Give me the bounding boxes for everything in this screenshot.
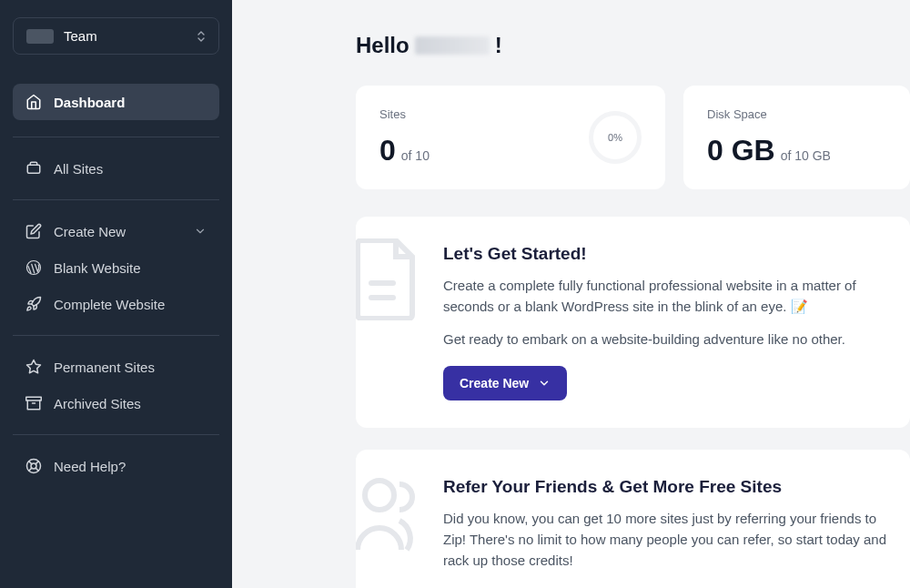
sidebar-item-label: Need Help?: [54, 459, 207, 474]
stats-row: Sites 0 of 10 0% Disk Space 0 GB of 10 G…: [356, 86, 910, 189]
stat-body: Sites 0 of 10: [379, 107, 430, 167]
team-selector[interactable]: Team: [13, 17, 219, 55]
svg-point-13: [365, 481, 394, 510]
svg-rect-12: [369, 295, 396, 300]
stat-label: Sites: [379, 107, 430, 121]
team-selector-content: Team: [26, 28, 97, 44]
stat-of: of 10 GB: [781, 148, 831, 163]
sidebar-item-need-help[interactable]: Need Help?: [13, 448, 219, 484]
greeting-prefix: Hello: [356, 33, 410, 58]
greeting-username-redacted: [415, 36, 490, 55]
sidebar-item-create-new[interactable]: Create New: [13, 213, 219, 249]
sidebar-item-label: Permanent Sites: [54, 360, 207, 375]
stat-value: 0 of 10: [379, 134, 430, 167]
refer-card: Refer Your Friends & Get More Free Sites…: [356, 450, 910, 588]
card-body: Let's Get Started! Create a complete ful…: [443, 244, 886, 400]
divider: [13, 335, 219, 336]
svg-line-8: [35, 468, 38, 471]
greeting-suffix: !: [495, 33, 502, 58]
create-new-button[interactable]: Create New: [443, 366, 567, 400]
sidebar-item-all-sites[interactable]: All Sites: [13, 150, 219, 187]
progress-percent: 0%: [608, 132, 622, 143]
rocket-icon: [25, 296, 42, 312]
sidebar-item-label: Archived Sites: [54, 396, 207, 411]
sidebar-item-label: Blank Website: [54, 260, 207, 276]
stat-number: 0 GB: [707, 134, 775, 167]
svg-rect-0: [27, 165, 40, 173]
chevron-down-icon: [538, 377, 551, 390]
sidebar-item-dashboard[interactable]: Dashboard: [13, 84, 219, 120]
stat-card-disk: Disk Space 0 GB of 10 GB: [683, 86, 910, 189]
button-label: Create New: [460, 376, 529, 390]
sidebar-item-label: All Sites: [54, 161, 207, 177]
svg-rect-11: [369, 280, 396, 286]
card-body: Refer Your Friends & Get More Free Sites…: [443, 477, 886, 588]
sidebar-item-label: Create New: [54, 224, 182, 239]
main-content: Hello ! Sites 0 of 10 0% Disk Space 0 GB: [232, 0, 910, 588]
stat-value: 0 GB of 10 GB: [707, 134, 831, 167]
chevron-down-icon: [194, 225, 207, 238]
star-icon: [25, 359, 42, 375]
sidebar-item-label: Dashboard: [54, 95, 207, 110]
svg-marker-2: [27, 360, 41, 373]
stat-body: Disk Space 0 GB of 10 GB: [707, 107, 831, 167]
sidebar-item-label: Complete Website: [54, 297, 207, 312]
sidebar-item-complete-website[interactable]: Complete Website: [13, 286, 219, 322]
stat-label: Disk Space: [707, 107, 831, 121]
home-icon: [25, 94, 42, 110]
divider: [13, 199, 219, 200]
progress-circle: 0%: [589, 111, 642, 164]
svg-rect-3: [26, 397, 42, 400]
stat-card-sites: Sites 0 of 10 0%: [356, 86, 665, 189]
document-icon: [356, 238, 418, 320]
wordpress-icon: [25, 259, 42, 276]
divider: [13, 434, 219, 435]
get-started-title: Let's Get Started!: [443, 244, 886, 264]
svg-line-7: [29, 461, 32, 464]
svg-line-10: [29, 468, 32, 471]
edit-icon: [25, 223, 42, 239]
divider: [13, 137, 219, 137]
get-started-text-2: Get ready to embark on a website-buildin…: [443, 329, 886, 350]
sidebar-item-blank-website[interactable]: Blank Website: [13, 249, 219, 286]
stat-number: 0: [379, 134, 396, 167]
team-avatar: [26, 29, 54, 44]
stat-of: of 10: [401, 148, 430, 163]
sidebar-item-permanent-sites[interactable]: Permanent Sites: [13, 349, 219, 385]
archive-icon: [25, 395, 42, 411]
get-started-text-1: Create a complete fully functional profe…: [443, 275, 886, 318]
sidebar-item-archived-sites[interactable]: Archived Sites: [13, 385, 219, 421]
page-greeting: Hello !: [356, 33, 910, 58]
team-name: Team: [64, 28, 97, 44]
people-icon: [356, 471, 418, 553]
sidebar: Team Dashboard All Sites Create New: [0, 0, 232, 588]
refer-title: Refer Your Friends & Get More Free Sites: [443, 477, 886, 497]
help-icon: [25, 458, 42, 474]
sites-icon: [25, 160, 42, 177]
get-started-card: Let's Get Started! Create a complete ful…: [356, 217, 910, 428]
refer-text: Did you know, you can get 10 more sites …: [443, 508, 886, 572]
chevron-updown-icon: [197, 30, 206, 43]
svg-line-9: [35, 461, 38, 464]
